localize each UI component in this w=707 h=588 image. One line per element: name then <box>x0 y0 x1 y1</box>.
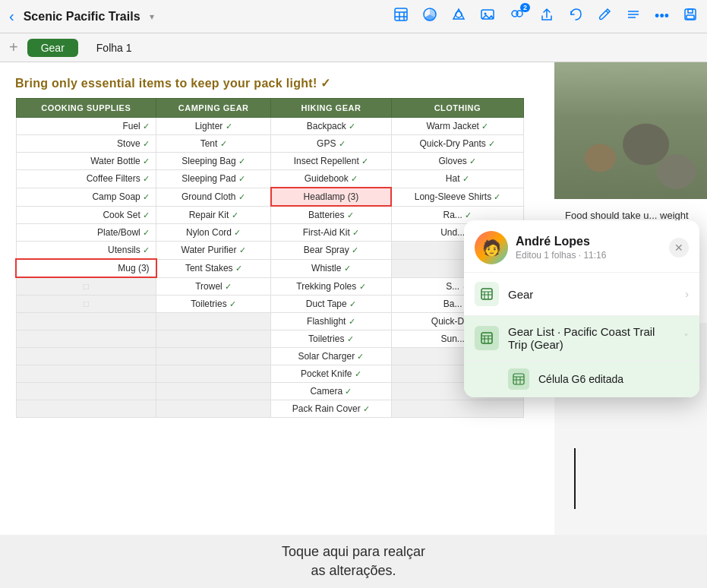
cell-cooking-17 <box>16 400 156 418</box>
svg-rect-0 <box>395 8 407 21</box>
cell-clothing-4[interactable]: Hat ✓ <box>391 170 523 188</box>
cell-camping-6[interactable]: Repair Kit ✓ <box>156 206 271 224</box>
share-icon[interactable] <box>539 7 554 26</box>
cell-hiking-15[interactable]: Pocket Knife ✓ <box>271 365 392 383</box>
cell-camping-1[interactable]: Lighter ✓ <box>156 118 271 135</box>
cell-hiking-11[interactable]: Duct Tape ✓ <box>271 296 392 313</box>
chart-icon[interactable] <box>422 7 437 26</box>
cell-camping-16 <box>156 383 271 400</box>
shape-icon[interactable] <box>451 7 466 26</box>
cell-camping-17 <box>156 400 271 418</box>
cell-cooking-4[interactable]: Coffee Filters ✓ <box>16 170 156 188</box>
back-button[interactable]: ‹ <box>9 8 14 25</box>
image-icon[interactable] <box>480 7 495 26</box>
cell-clothing-17 <box>391 400 523 418</box>
popup-header: 🧑 André Lopes Editou 1 folhas · 11:16 ✕ <box>464 220 699 273</box>
cell-hiking-13[interactable]: Toiletries ✓ <box>271 330 392 348</box>
sidebar-photo <box>554 62 707 199</box>
cell-camping-2[interactable]: Tent ✓ <box>156 135 271 153</box>
title-chevron-icon[interactable]: ▾ <box>150 11 154 22</box>
cell-camping-9[interactable]: Tent Stakes ✓ <box>156 259 271 277</box>
popup-gearlist-item[interactable]: Gear List · Pacific Coast Trail Trip (Ge… <box>464 316 699 361</box>
col-header-hiking[interactable]: HIKING GEAR <box>271 99 392 118</box>
toolbar-icons: 2 <box>393 7 698 26</box>
cell-cooking-1[interactable]: Fuel ✓ <box>16 118 156 135</box>
add-tab-button[interactable]: + <box>9 39 18 56</box>
popup-gear-item[interactable]: Gear › <box>464 273 699 316</box>
cell-camping-8[interactable]: Water Purifier ✓ <box>156 242 271 260</box>
cell-cooking-7[interactable]: Plate/Bowl ✓ <box>16 224 156 242</box>
cell-clothing-3[interactable]: Gloves ✓ <box>391 153 523 170</box>
cell-hiking-7[interactable]: First-Aid Kit ✓ <box>271 224 392 242</box>
col-header-cooking[interactable]: COOKING SUPPLIES <box>16 99 156 118</box>
col-header-camping[interactable]: CAMPING GEAR <box>156 99 271 118</box>
cell-camping-3[interactable]: Sleeping Bag ✓ <box>156 153 271 170</box>
cell-cooking-8[interactable]: Utensils ✓ <box>16 242 156 260</box>
popup-card: 🧑 André Lopes Editou 1 folhas · 11:16 ✕ … <box>464 220 699 397</box>
more-icon[interactable]: ••• <box>655 8 669 24</box>
col-header-clothing[interactable]: CLOTHING <box>391 99 523 118</box>
cell-clothing-2[interactable]: Quick-Dry Pants ✓ <box>391 135 523 153</box>
undo-icon[interactable] <box>568 7 583 26</box>
table-row: Camera ✓ <box>16 383 524 400</box>
cell-cooking-13 <box>16 330 156 348</box>
cell-cooking-9-mug[interactable]: Mug (3) <box>16 259 156 277</box>
popup-gearlist-chevron: ˅ <box>683 332 689 344</box>
cell-clothing-5[interactable]: Long-Sleeve Shirts ✓ <box>391 188 523 206</box>
popup-cell-edit-item[interactable]: Célula G6 editada <box>464 361 699 397</box>
cell-hiking-9[interactable]: Whistle ✓ <box>271 259 392 277</box>
tab-folha1[interactable]: Folha 1 <box>83 39 146 57</box>
cell-camping-4[interactable]: Sleeping Pad ✓ <box>156 170 271 188</box>
table-row: Plate/Bowl ✓ Nylon Cord ✓ First-Aid Kit … <box>16 224 524 242</box>
cell-hiking-5-headlamp[interactable]: Headlamp (3) <box>271 188 392 206</box>
cell-camping-13 <box>156 330 271 348</box>
table-row: Fuel ✓ Lighter ✓ Backpack ✓ Warm Jacket … <box>16 118 524 135</box>
tab-gear[interactable]: Gear <box>27 39 78 57</box>
popup-gear-label: Gear <box>508 288 676 301</box>
svg-rect-27 <box>513 374 524 384</box>
cell-cooking-12 <box>16 313 156 330</box>
cell-camping-7[interactable]: Nylon Cord ✓ <box>156 224 271 242</box>
bottom-instruction[interactable]: Toque aqui para realçar as alterações. <box>0 535 707 588</box>
cell-camping-15 <box>156 365 271 383</box>
table-row: Toiletries ✓ Sun... ✓ <box>16 330 524 348</box>
svg-rect-15 <box>688 9 693 13</box>
cell-hiking-3[interactable]: Insect Repellent ✓ <box>271 153 392 170</box>
cell-camping-11[interactable]: Toiletries ✓ <box>156 296 271 313</box>
cell-hiking-10[interactable]: Trekking Poles ✓ <box>271 277 392 296</box>
svg-rect-17 <box>481 289 492 299</box>
popup-gear-chevron: › <box>685 288 689 300</box>
cell-hiking-8[interactable]: Bear Spray ✓ <box>271 242 392 260</box>
popup-user-name: André Lopes <box>516 235 606 248</box>
table-row: Pack Rain Cover ✓ <box>16 400 524 418</box>
cell-clothing-1[interactable]: Warm Jacket ✓ <box>391 118 523 135</box>
brush-icon[interactable] <box>597 7 612 26</box>
cell-hiking-14[interactable]: Solar Charger ✓ <box>271 348 392 365</box>
cell-hiking-2[interactable]: GPS ✓ <box>271 135 392 153</box>
popup-gearlist-icon <box>475 326 499 350</box>
cell-hiking-17[interactable]: Pack Rain Cover ✓ <box>271 400 392 418</box>
cell-hiking-1[interactable]: Backpack ✓ <box>271 118 392 135</box>
cell-cooking-3[interactable]: Water Bottle ✓ <box>16 153 156 170</box>
cell-hiking-4[interactable]: Guidebook ✓ <box>271 170 392 188</box>
popup-cell-edit-icon <box>508 368 529 390</box>
save-icon[interactable] <box>683 7 698 26</box>
cell-hiking-16[interactable]: Camera ✓ <box>271 383 392 400</box>
cell-hiking-6[interactable]: Batteries ✓ <box>271 206 392 224</box>
cell-cooking-6[interactable]: Cook Set ✓ <box>16 206 156 224</box>
format-icon[interactable] <box>626 7 641 26</box>
cell-cooking-5[interactable]: Camp Soap ✓ <box>16 188 156 206</box>
cell-camping-10[interactable]: Trowel ✓ <box>156 277 271 296</box>
popup-gear-icon <box>475 282 499 306</box>
svg-rect-22 <box>481 333 492 343</box>
cell-hiking-12[interactable]: Flashlight ✓ <box>271 313 392 330</box>
cell-cooking-2[interactable]: Stove ✓ <box>16 135 156 153</box>
table-row: Stove ✓ Tent ✓ GPS ✓ Quick-Dry Pants ✓ <box>16 135 524 153</box>
cell-cooking-16 <box>16 383 156 400</box>
collaboration-icon[interactable]: 2 <box>509 7 526 26</box>
popup-gearlist-label: Gear List · Pacific Coast Trail Trip (Ge… <box>508 325 674 351</box>
cell-camping-5[interactable]: Ground Cloth ✓ <box>156 188 271 206</box>
table-icon[interactable] <box>393 7 409 26</box>
connector-line <box>574 448 576 509</box>
popup-close-button[interactable]: ✕ <box>669 238 689 258</box>
